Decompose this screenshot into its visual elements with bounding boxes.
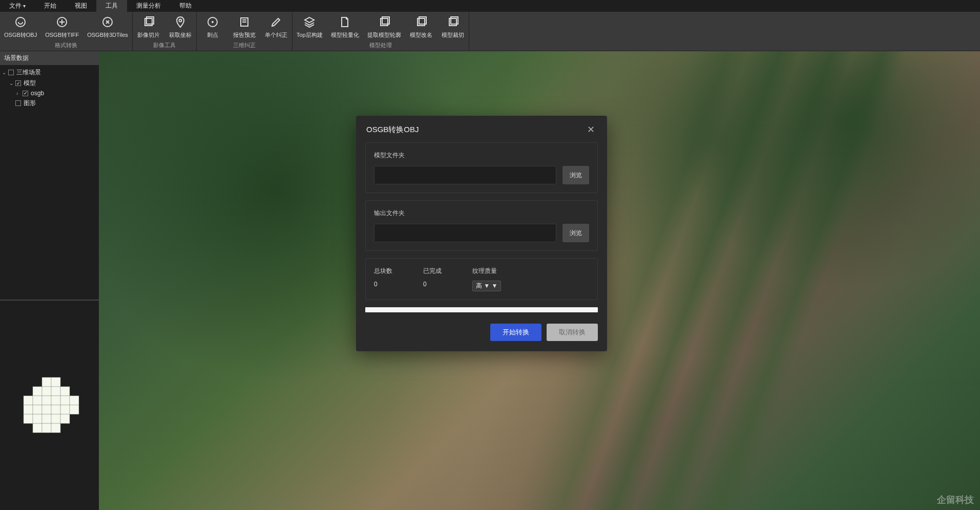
tree-label: 三维场景 bbox=[16, 68, 41, 77]
sidebar: 场景数据 ⌄ 三维场景 ⌄ 模型 › osgb 图形 bbox=[0, 51, 99, 510]
svg-point-0 bbox=[16, 17, 25, 27]
tool-label: 模型改名 bbox=[410, 31, 432, 39]
svg-rect-40 bbox=[51, 423, 60, 433]
model-folder-section: 模型文件夹 浏览 bbox=[365, 142, 598, 193]
menu-view[interactable]: 视图 bbox=[66, 0, 96, 12]
tree-label: osgb bbox=[31, 90, 44, 97]
tool-label: 模型轻量化 bbox=[331, 31, 359, 39]
group-label: 三维纠正 bbox=[197, 40, 292, 51]
tool-label: 影像切片 bbox=[137, 31, 160, 39]
svg-rect-37 bbox=[60, 414, 70, 423]
svg-rect-20 bbox=[60, 387, 70, 396]
svg-point-7 bbox=[212, 22, 213, 23]
caret-icon: ⌄ bbox=[9, 80, 15, 86]
svg-rect-30 bbox=[51, 405, 60, 414]
tool-model-lightweight[interactable]: 模型轻量化 bbox=[327, 12, 363, 40]
stats-section: 总块数 0 已完成 0 纹理质量 高 ▼ bbox=[365, 258, 598, 300]
tree-item-osgb[interactable]: › osgb bbox=[0, 89, 99, 98]
crop-icon bbox=[446, 15, 460, 29]
svg-rect-31 bbox=[60, 405, 70, 414]
checkbox[interactable] bbox=[8, 70, 14, 75]
convert-b-icon bbox=[55, 15, 69, 29]
tool-label: 报告预览 bbox=[233, 31, 256, 39]
tool-group-image: 影像切片 获取坐标 影像工具 bbox=[133, 12, 197, 51]
completed-label: 已完成 bbox=[423, 267, 442, 275]
svg-rect-15 bbox=[42, 377, 51, 387]
tool-model-crop[interactable]: 模型裁切 bbox=[437, 12, 469, 40]
svg-rect-35 bbox=[42, 414, 51, 423]
tool-osgb-to-3dtiles[interactable]: OSGB转3DTiles bbox=[83, 12, 132, 40]
svg-rect-32 bbox=[70, 405, 79, 414]
tool-get-coords[interactable]: 获取坐标 bbox=[164, 12, 196, 40]
menu-start[interactable]: 开始 bbox=[35, 0, 66, 12]
tool-report-preview[interactable]: 报告预览 bbox=[228, 12, 260, 40]
tool-label: 获取坐标 bbox=[169, 31, 192, 39]
layers-icon bbox=[302, 15, 317, 29]
tool-label: OSGB转OBJ bbox=[4, 31, 37, 39]
tree-item-shape[interactable]: 图形 bbox=[0, 98, 99, 109]
cancel-convert-button[interactable]: 取消转换 bbox=[547, 324, 598, 341]
tool-label: 单个纠正 bbox=[265, 31, 287, 39]
tool-label: 刺点 bbox=[207, 31, 218, 39]
checkbox[interactable] bbox=[23, 91, 28, 96]
menu-measure[interactable]: 测量分析 bbox=[127, 0, 170, 12]
close-icon[interactable]: ✕ bbox=[585, 124, 597, 135]
svg-rect-27 bbox=[24, 405, 33, 414]
pin-icon bbox=[173, 15, 187, 29]
panel-header: 场景数据 bbox=[0, 51, 99, 65]
group-label: 模型处理 bbox=[293, 40, 469, 51]
viewport-3d[interactable]: OSGB转换OBJ ✕ 模型文件夹 浏览 输出文件夹 浏览 bbox=[99, 51, 980, 510]
tool-model-rename[interactable]: 模型改名 bbox=[405, 12, 437, 40]
convert-c-icon bbox=[100, 15, 115, 29]
checkbox[interactable] bbox=[15, 80, 21, 86]
menu-tools[interactable]: 工具 bbox=[96, 0, 127, 12]
svg-rect-38 bbox=[33, 423, 42, 433]
edit-icon bbox=[269, 15, 283, 29]
tool-osgb-to-obj[interactable]: OSGB转OBJ bbox=[0, 12, 41, 40]
progress-bar bbox=[365, 307, 598, 312]
caret-icon: › bbox=[16, 91, 23, 96]
caret-icon: ⌄ bbox=[2, 70, 8, 75]
tool-group-model: Top层构建 模型轻量化 提取模型轮廓 模型改名 模型裁切 模型处理 bbox=[293, 12, 469, 51]
checkbox[interactable] bbox=[15, 100, 21, 106]
toolbar: OSGB转OBJ OSGB转TIFF OSGB转3DTiles 格式转换 影像切… bbox=[0, 12, 980, 51]
svg-rect-39 bbox=[42, 423, 51, 433]
document-icon bbox=[338, 15, 352, 29]
tool-extract-outline[interactable]: 提取模型轮廓 bbox=[363, 12, 405, 40]
svg-rect-28 bbox=[33, 405, 42, 414]
tree-label: 模型 bbox=[24, 79, 36, 88]
total-blocks-label: 总块数 bbox=[374, 267, 392, 275]
menubar: 文件 开始 视图 工具 测量分析 帮助 bbox=[0, 0, 980, 12]
minimap[interactable] bbox=[0, 301, 99, 510]
svg-rect-29 bbox=[42, 405, 51, 414]
texture-quality-select[interactable]: 高 ▼ bbox=[472, 281, 501, 291]
tool-image-tile[interactable]: 影像切片 bbox=[133, 12, 164, 40]
model-folder-input[interactable] bbox=[374, 166, 556, 184]
group-label: 格式转换 bbox=[0, 40, 132, 51]
svg-rect-23 bbox=[42, 396, 51, 405]
watermark: 企留科技 bbox=[937, 494, 974, 506]
tool-osgb-to-tiff[interactable]: OSGB转TIFF bbox=[41, 12, 83, 40]
browse-output-button[interactable]: 浏览 bbox=[562, 224, 589, 242]
start-convert-button[interactable]: 开始转换 bbox=[490, 324, 541, 341]
group-label: 影像工具 bbox=[133, 40, 196, 51]
target-icon bbox=[205, 15, 220, 29]
browse-model-button[interactable]: 浏览 bbox=[562, 166, 589, 184]
menu-help[interactable]: 帮助 bbox=[170, 0, 201, 12]
tool-single-correct[interactable]: 单个纠正 bbox=[260, 12, 292, 40]
svg-point-5 bbox=[179, 19, 181, 22]
tool-top-layer[interactable]: Top层构建 bbox=[293, 12, 327, 40]
tool-group-convert: OSGB转OBJ OSGB转TIFF OSGB转3DTiles 格式转换 bbox=[0, 12, 133, 51]
output-folder-input[interactable] bbox=[374, 224, 556, 242]
svg-rect-33 bbox=[24, 414, 33, 423]
tool-label: Top层构建 bbox=[297, 31, 323, 39]
total-blocks-value: 0 bbox=[374, 281, 392, 288]
tool-prick-point[interactable]: 刺点 bbox=[197, 12, 228, 40]
svg-rect-26 bbox=[70, 396, 79, 405]
tree-item-model[interactable]: ⌄ 模型 bbox=[0, 78, 99, 89]
minimap-tiles bbox=[16, 372, 83, 439]
menu-file[interactable]: 文件 bbox=[0, 0, 35, 12]
tool-label: 模型裁切 bbox=[442, 31, 464, 39]
dialog-osgb-convert: OSGB转换OBJ ✕ 模型文件夹 浏览 输出文件夹 浏览 bbox=[356, 116, 607, 351]
tree-item-scene[interactable]: ⌄ 三维场景 bbox=[0, 67, 99, 78]
